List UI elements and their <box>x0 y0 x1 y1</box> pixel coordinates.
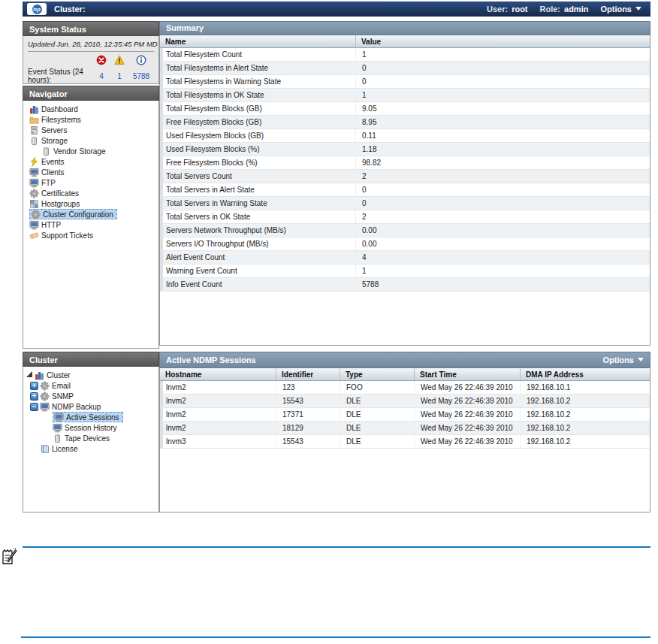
sidebar-item-ftp[interactable]: FTP <box>23 177 158 188</box>
summary-cell-name: Free Filesystem Blocks (GB) <box>160 116 356 128</box>
gear-icon <box>40 392 50 401</box>
sidebar-item-dashboard[interactable]: Dashboard <box>23 104 158 114</box>
barchart-icon <box>35 370 44 380</box>
ticket-icon <box>29 231 39 240</box>
summary-table-row: Total Filesystem Count1 <box>160 48 650 62</box>
ndmp-table-row[interactable]: lnvm215543DLEWed May 26 22:46:39 2010192… <box>160 395 650 408</box>
monitor-icon <box>29 168 39 177</box>
ndmp-cell-type: FOO <box>340 381 415 394</box>
sidebar-item-vendor-storage[interactable]: Vendor Storage <box>23 146 158 156</box>
sidebar-item-support-tickets[interactable]: Support Tickets <box>23 230 158 240</box>
summary-cell-name: Used Filesystem Blocks (GB) <box>160 129 356 142</box>
tree-item-label: SNMP <box>52 392 74 401</box>
ndmp-column-header-type[interactable]: Type <box>340 368 415 380</box>
tree-item-active-sessions[interactable]: Active Sessions <box>23 412 158 422</box>
expand-icon[interactable]: + <box>30 382 38 390</box>
ndmp-table-row[interactable]: lnvm218129DLEWed May 26 22:46:39 2010192… <box>160 422 650 435</box>
tree-item-session-history[interactable]: Session History <box>23 422 158 433</box>
sidebar-item-servers[interactable]: Servers <box>23 125 158 135</box>
summary-header: Summary <box>159 21 650 35</box>
sidebar-item-storage[interactable]: Storage <box>23 135 158 146</box>
summary-cell-name: Alert Event Count <box>160 251 356 264</box>
summary-table-row: Total Servers in OK State2 <box>160 210 650 224</box>
tree-item-cluster[interactable]: Cluster <box>23 370 158 380</box>
ndmp-cell-start-time: Wed May 26 22:46:39 2010 <box>415 381 521 394</box>
cylinder-icon <box>29 136 39 146</box>
summary-table-row: Alert Event Count4 <box>160 251 650 265</box>
sidebar-item-label: Filesystems <box>41 116 81 124</box>
sidebar-item-clients[interactable]: Clients <box>23 167 158 177</box>
sidebar-item-cluster-configuration[interactable]: Cluster Configuration <box>23 209 158 219</box>
ndmp-column-header-identifier[interactable]: Identifier <box>276 368 340 380</box>
summary-cell-value: 0.00 <box>356 237 650 250</box>
ndmp-options-menu[interactable]: Options <box>602 352 644 368</box>
tree-item-ndmp-backup[interactable]: −NDMP Backup <box>23 401 158 412</box>
note-icon <box>2 548 18 567</box>
ndmp-cell-start-time: Wed May 26 22:46:39 2010 <box>415 408 521 421</box>
ndmp-cell-hostname: lnvm2 <box>160 395 276 407</box>
summary-table-row: Used Filesystem Blocks (GB)0.11 <box>160 129 650 143</box>
status-updated-text: Updated Jun. 28, 2010, 12:35:45 PM MDT <box>28 40 154 52</box>
server-icon <box>29 125 39 135</box>
summary-table-row: Total Filesystems in Alert State0 <box>160 62 650 75</box>
ndmp-table-row[interactable]: lnvm315543DLEWed May 26 22:46:39 2010192… <box>160 435 650 449</box>
navigator-header: Navigator <box>23 86 159 101</box>
summary-cell-name: Total Filesystems in Alert State <box>160 62 356 74</box>
monitor-icon <box>29 178 39 188</box>
event-status-label: Event Status (24 hours): <box>28 68 92 84</box>
monitor-icon <box>53 423 62 433</box>
summary-cell-name: Free Filesystem Blocks (%) <box>160 156 356 169</box>
summary-table-row: Info Event Count5788 <box>160 278 650 292</box>
role-label: Role: <box>540 5 561 14</box>
summary-cell-value: 0 <box>356 75 650 88</box>
tree-item-label: Tape Devices <box>65 434 110 443</box>
user-value: root <box>512 5 527 14</box>
sidebar-item-http[interactable]: HTTP <box>23 219 158 230</box>
summary-cell-value: 2 <box>356 170 650 183</box>
user-label: User: <box>487 5 508 14</box>
sidebar-item-events[interactable]: Events <box>23 156 158 167</box>
tree-item-license[interactable]: License <box>23 443 158 454</box>
ndmp-header: Active NDMP Sessions Options <box>159 352 650 368</box>
info-count-link[interactable]: 5788 <box>128 72 154 80</box>
options-menu[interactable]: Options <box>600 5 641 14</box>
ndmp-cell-hostname: lnvm3 <box>160 435 276 448</box>
summary-cell-value: 98.82 <box>356 156 650 169</box>
summary-table-row: Used Filesystem Blocks (%)1.18 <box>160 143 650 156</box>
ndmp-column-header-dma-ip-address[interactable]: DMA IP Address <box>521 368 650 380</box>
top-bar: hp Cluster: User:root Role:admin Options <box>23 2 650 17</box>
sidebar-item-hostgroups[interactable]: Hostgroups <box>23 198 158 209</box>
alert-count-link[interactable]: 4 <box>92 72 110 80</box>
warning-count-link[interactable]: 1 <box>110 72 128 80</box>
ndmp-cell-dma-ip-address: 192.168.10.2 <box>521 435 650 448</box>
summary-cell-name: Total Servers in Warning State <box>160 197 356 210</box>
grid-icon <box>29 199 39 209</box>
collapse-icon[interactable]: − <box>30 403 38 411</box>
tree-item-tape-devices[interactable]: Tape Devices <box>23 433 158 443</box>
tree-expanded-icon[interactable] <box>26 371 32 377</box>
summary-cell-value: 1 <box>356 48 650 61</box>
sidebar-item-label: Vendor Storage <box>53 147 106 156</box>
tree-item-email[interactable]: +Email <box>23 380 158 391</box>
ndmp-column-header-hostname[interactable]: Hostname <box>160 368 276 380</box>
summary-column-header-value[interactable]: Value <box>356 35 650 47</box>
summary-table-row: Free Filesystem Blocks (GB)8.95 <box>160 116 650 129</box>
barchart-icon <box>29 104 39 114</box>
system-status-panel: System Status Updated Jun. 28, 2010, 12:… <box>23 21 159 84</box>
page-title: Cluster: <box>54 5 86 14</box>
summary-cell-name: Total Filesystem Count <box>160 48 356 61</box>
ndmp-cell-start-time: Wed May 26 22:46:39 2010 <box>415 422 521 434</box>
summary-column-header-name[interactable]: Name <box>160 35 356 47</box>
tree-item-snmp[interactable]: +SNMP <box>23 391 158 401</box>
sidebar-item-certificates[interactable]: Certificates <box>23 188 158 198</box>
ndmp-column-header-start-time[interactable]: Start Time <box>415 368 521 380</box>
ndmp-cell-hostname: lnvm2 <box>160 408 276 421</box>
ndmp-cell-hostname: lnvm2 <box>160 381 276 394</box>
ndmp-table-row[interactable]: lnvm217371DLEWed May 26 22:46:39 2010192… <box>160 408 650 422</box>
sidebar-item-filesystems[interactable]: Filesystems <box>23 114 158 125</box>
ndmp-table-row[interactable]: lnvm2123FOOWed May 26 22:46:39 2010192.1… <box>160 381 650 395</box>
summary-cell-value: 0.00 <box>356 224 650 237</box>
summary-cell-value: 4 <box>356 251 650 264</box>
tree-item-label: Session History <box>65 424 116 432</box>
expand-icon[interactable]: + <box>30 392 38 401</box>
